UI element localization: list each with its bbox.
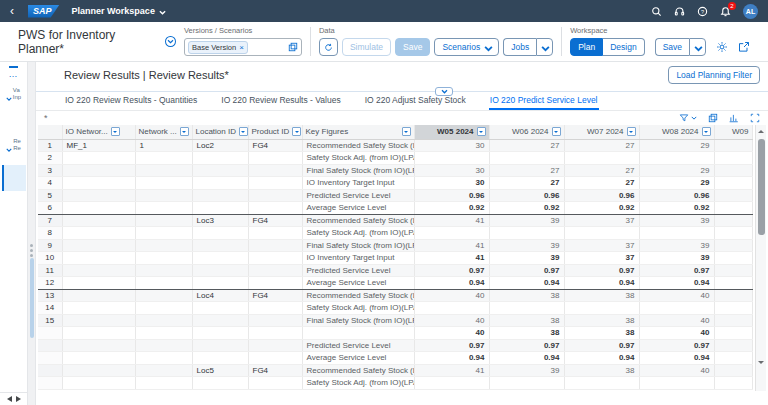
cell-network[interactable] [135, 314, 192, 327]
cell-row-number[interactable]: 8 [38, 227, 62, 240]
workspace-save-dropdown-button[interactable] [689, 38, 706, 56]
cell-key-figure[interactable]: IO Inventory Target Input [302, 252, 414, 265]
cell-row-number[interactable]: 13 [38, 289, 62, 302]
cell-value[interactable]: 27 [489, 139, 564, 152]
cell-key-figure[interactable]: Predicted Service Level [302, 189, 414, 202]
cell-value[interactable]: 37 [564, 239, 639, 252]
cell-value[interactable]: 27 [564, 177, 639, 190]
cell-network[interactable] [135, 214, 192, 227]
column-filter-icon[interactable] [239, 127, 248, 136]
cell-location[interactable] [192, 252, 248, 265]
cell-location[interactable] [192, 314, 248, 327]
filter-icon[interactable] [679, 113, 697, 123]
cell-key-figure[interactable]: Predicted Service Level [302, 339, 414, 352]
notifications-bell-icon[interactable]: 2 [720, 6, 731, 17]
cell-location[interactable] [192, 327, 248, 340]
cell-value[interactable]: 0.92 [564, 202, 639, 215]
cell-value[interactable]: 0.94 [414, 277, 489, 290]
cell-value[interactable] [414, 302, 489, 315]
column-filter-icon[interactable] [180, 127, 189, 136]
cell-value[interactable] [639, 152, 714, 165]
cell-product[interactable] [248, 264, 302, 277]
cell-value[interactable]: 0.92 [414, 202, 489, 215]
column-filter-icon[interactable] [477, 127, 486, 136]
cell-value[interactable]: 38 [564, 314, 639, 327]
cell-io-network[interactable] [62, 377, 135, 390]
column-filter-icon[interactable] [292, 127, 301, 136]
cell-value[interactable]: 39 [639, 252, 714, 265]
rail-item-review-results[interactable]: Re Re [6, 138, 21, 157]
cell-value[interactable]: 0.96 [639, 189, 714, 202]
workspace-save-button[interactable]: Save [655, 38, 689, 56]
cell-network[interactable] [135, 227, 192, 240]
rail-item-variants[interactable]: Va Inp [6, 87, 21, 106]
cell-value[interactable] [489, 377, 564, 390]
jobs-button[interactable]: Jobs [503, 38, 536, 56]
pager-next-icon[interactable] [16, 396, 21, 402]
cell-value[interactable] [564, 227, 639, 240]
help-icon[interactable]: ? [697, 6, 708, 17]
cell-value[interactable]: 0.96 [489, 189, 564, 202]
cell-value[interactable] [714, 252, 752, 265]
settings-gear-icon[interactable] [716, 41, 728, 53]
cell-value[interactable]: 27 [564, 164, 639, 177]
cell-location[interactable] [192, 227, 248, 240]
cell-product[interactable] [248, 227, 302, 240]
cell-row-number[interactable]: 7 [38, 214, 62, 227]
column-header-location[interactable]: Location ID [192, 125, 248, 139]
column-header-w08-2024[interactable]: W08 2024 [639, 125, 714, 139]
cell-value[interactable] [714, 364, 752, 377]
cell-value[interactable] [714, 189, 752, 202]
cell-value[interactable]: 29 [639, 139, 714, 152]
cell-row-number[interactable]: 2 [38, 152, 62, 165]
scenarios-button[interactable]: Scenarios [434, 38, 499, 56]
column-header-w07-2024[interactable]: W07 2024 [564, 125, 639, 139]
cell-value[interactable]: 40 [414, 289, 489, 302]
scroll-down-icon[interactable] [758, 361, 764, 367]
simulate-button[interactable]: Simulate [342, 38, 391, 56]
cell-key-figure[interactable]: Recommended Safety Stock (LPA) [302, 289, 414, 302]
cell-value[interactable]: 29 [639, 164, 714, 177]
search-icon[interactable] [651, 6, 662, 17]
column-header-w05-2024[interactable]: W05 2024 [414, 125, 489, 139]
design-button[interactable]: Design [603, 38, 644, 56]
cell-product[interactable] [248, 327, 302, 340]
cell-key-figure[interactable]: Safety Stock Adj. (from IO)(LPA) [302, 377, 414, 390]
collapse-header-icon[interactable] [165, 36, 176, 47]
cell-value[interactable] [489, 152, 564, 165]
cell-value[interactable] [714, 177, 752, 190]
cell-value[interactable] [714, 214, 752, 227]
cell-value[interactable]: 40 [414, 327, 489, 340]
cell-row-number[interactable]: 10 [38, 252, 62, 265]
cell-value[interactable]: 41 [414, 364, 489, 377]
refresh-button[interactable] [319, 38, 338, 56]
cell-value[interactable]: 0.94 [564, 277, 639, 290]
cell-value[interactable] [714, 152, 752, 165]
cell-location[interactable] [192, 202, 248, 215]
cell-io-network[interactable] [62, 264, 135, 277]
cell-location[interactable] [192, 302, 248, 315]
cell-product[interactable] [248, 277, 302, 290]
cell-network[interactable] [135, 152, 192, 165]
cell-product[interactable] [248, 177, 302, 190]
cell-value[interactable]: 0.97 [489, 339, 564, 352]
cell-value[interactable]: 39 [489, 252, 564, 265]
cell-io-network[interactable] [62, 202, 135, 215]
cell-value[interactable] [714, 339, 752, 352]
cell-network[interactable] [135, 339, 192, 352]
panel-splitter[interactable] [28, 62, 36, 405]
cell-location[interactable]: Loc2 [192, 139, 248, 152]
cell-value[interactable] [714, 139, 752, 152]
cell-value[interactable]: 39 [639, 214, 714, 227]
cell-key-figure[interactable]: Average Service Level [302, 202, 414, 215]
cell-row-number[interactable]: 6 [38, 202, 62, 215]
cell-location[interactable] [192, 152, 248, 165]
cell-network[interactable] [135, 289, 192, 302]
cell-value[interactable] [414, 227, 489, 240]
cell-key-figure[interactable]: Recommended Safety Stock (LPA) [302, 364, 414, 377]
cell-network[interactable] [135, 277, 192, 290]
column-filter-icon[interactable] [111, 127, 120, 136]
column-header-io-network[interactable]: IO Networ... [62, 125, 135, 139]
vertical-scrollbar[interactable] [755, 125, 766, 391]
cell-value[interactable]: 0.92 [639, 202, 714, 215]
